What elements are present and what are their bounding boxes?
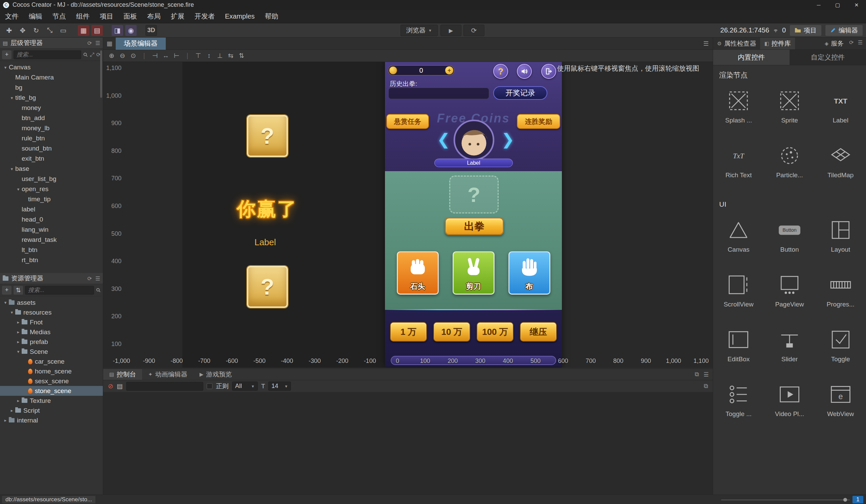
minimize-button[interactable]: ─ xyxy=(809,0,828,10)
menu-item-3[interactable]: 组件 xyxy=(71,10,95,23)
menu-item-4[interactable]: 项目 xyxy=(95,10,119,23)
align-center-h-icon[interactable]: ↔ xyxy=(162,52,169,59)
library-item-video[interactable]: Video Pl... xyxy=(764,379,815,433)
maximize-button[interactable]: ▢ xyxy=(828,0,847,10)
win-streak-reward-button[interactable]: 连胜奖励 xyxy=(517,114,560,129)
gizmo-position-icon[interactable]: ▦ xyxy=(78,25,89,36)
library-item-togglegroup[interactable]: Toggle ... xyxy=(713,379,764,433)
tree-item-prefab[interactable]: ▸prefab xyxy=(0,337,103,347)
tree-item-open_res[interactable]: ▾open_res xyxy=(0,184,103,194)
clear-console-icon[interactable]: ⊘ xyxy=(108,382,113,390)
library-item-label[interactable]: TXTLabel xyxy=(815,85,866,140)
tree-item-Main Camera[interactable]: Main Camera xyxy=(0,72,103,82)
win-text-node[interactable]: 你赢了 xyxy=(216,197,318,222)
collapse-arrow-icon[interactable]: ▾ xyxy=(15,349,22,354)
expand-all-icon[interactable]: ⤢ xyxy=(90,52,95,58)
help-button[interactable]: ? xyxy=(493,64,508,79)
tree-item-money_lb[interactable]: money_lb xyxy=(0,123,103,133)
tree-item-Medias[interactable]: ▸Medias xyxy=(0,327,103,337)
tab-custom-widgets[interactable]: 自定义控件 xyxy=(790,50,866,65)
bet-button-1[interactable]: 10 万 xyxy=(433,322,470,341)
tree-item-rt_btn[interactable]: rt_btn xyxy=(0,255,103,265)
align-right-icon[interactable]: ⊢ xyxy=(173,52,180,59)
console-filter-input[interactable] xyxy=(126,382,203,391)
tree-item-liang_win[interactable]: liang_win xyxy=(0,225,103,235)
tab-inspector[interactable]: ⚙ 属性检查器 xyxy=(713,37,760,49)
sort-assets-icon[interactable]: ⇅ xyxy=(13,286,23,295)
expand-arrow-icon[interactable]: ▸ xyxy=(15,320,22,325)
tab-services[interactable]: ◈ 服务 xyxy=(823,39,845,48)
choice-paper[interactable]: 布 xyxy=(509,251,551,295)
library-item-scrollview[interactable]: ScrollView xyxy=(713,269,764,324)
console-settings-icon[interactable]: ⧉ xyxy=(704,383,708,390)
tree-item-car_scene[interactable]: car_scene xyxy=(0,357,103,366)
tree-item-user_list_bg[interactable]: user_list_bg xyxy=(0,174,103,184)
collapse-arrow-icon[interactable]: ▾ xyxy=(9,310,15,315)
panel-expand-icon[interactable]: ⧉ xyxy=(695,371,699,378)
preview-target-dropdown[interactable]: 浏览器 ▼ xyxy=(401,25,438,36)
align-left-icon[interactable]: ⊣ xyxy=(151,52,159,59)
library-item-button[interactable]: ButtonButton xyxy=(764,214,815,269)
expand-arrow-icon[interactable]: ▸ xyxy=(15,329,22,335)
lottery-record-button[interactable]: 开奖记录 xyxy=(493,86,547,100)
panel-layout-icon[interactable]: ▦ xyxy=(107,40,112,47)
search-icon[interactable] xyxy=(83,53,88,57)
library-item-pageview[interactable]: PageView xyxy=(764,269,815,324)
menu-item-1[interactable]: 编辑 xyxy=(24,10,47,23)
hierarchy-scrollbar[interactable] xyxy=(100,51,102,98)
game-canvas[interactable]: Free Coins 0 + ? 历史出拳: 开奖记录 悬赏任务 连胜奖励 ❮ xyxy=(385,62,562,367)
bet-button-0[interactable]: 1 万 xyxy=(390,322,427,341)
library-item-layout[interactable]: Layout xyxy=(815,214,866,269)
library-item-editbox[interactable]: EditBox xyxy=(713,324,764,379)
tree-item-resources[interactable]: ▾resources xyxy=(0,307,103,317)
menu-item-5[interactable]: 面板 xyxy=(119,10,142,23)
log-level-dropdown[interactable]: All ▼ xyxy=(232,382,258,391)
panel-refresh-icon[interactable]: ⟳ xyxy=(87,275,92,282)
mystery-box-node[interactable]: ? xyxy=(247,115,288,157)
panel-refresh-icon[interactable]: ⟳ xyxy=(849,39,854,48)
avatar-prev-arrow[interactable]: ❮ xyxy=(437,130,450,148)
align-top-icon[interactable]: ⊤ xyxy=(195,52,202,59)
tree-item-exit_btn[interactable]: exit_btn xyxy=(0,154,103,164)
tree-item-btn_add[interactable]: btn_add xyxy=(0,113,103,123)
scene-view[interactable]: 使用鼠标右键平移视窗焦点，使用滚轮缩放视图 1,1001,00090080070… xyxy=(103,62,713,368)
library-item-slider[interactable]: Slider xyxy=(764,324,815,379)
regex-checkbox[interactable] xyxy=(207,383,212,389)
open-editor-button[interactable]: 编辑器 xyxy=(825,25,863,36)
tree-item-assets[interactable]: ▾assets xyxy=(0,298,103,307)
tree-item-lt_btn[interactable]: lt_btn xyxy=(0,245,103,255)
library-item-webview[interactable]: eWebView xyxy=(815,379,866,433)
create-asset-button[interactable]: + xyxy=(2,286,11,295)
tab-scene-editor[interactable]: 场景编辑器 xyxy=(116,37,166,50)
assets-search-input[interactable]: 搜索... xyxy=(25,286,94,295)
tab-console[interactable]: ▤控制台 xyxy=(103,369,142,380)
expand-arrow-icon[interactable]: ▸ xyxy=(2,418,9,423)
menu-item-0[interactable]: 文件 xyxy=(0,10,24,23)
collapse-arrow-icon[interactable]: ▾ xyxy=(9,166,15,171)
menu-item-6[interactable]: 布局 xyxy=(142,10,166,23)
tree-item-Fnot[interactable]: ▸Fnot xyxy=(0,317,103,327)
panel-menu-icon[interactable]: ☰ xyxy=(96,275,100,282)
tree-item-Script[interactable]: ▸Script xyxy=(0,405,103,415)
zoom-out-icon[interactable]: ⊖ xyxy=(119,52,126,59)
collapse-arrow-icon[interactable]: ▾ xyxy=(2,65,9,70)
tab-widget-library[interactable]: ◧ 控件库 xyxy=(760,37,795,49)
font-size-dropdown[interactable]: 14 ▼ xyxy=(268,382,291,391)
expand-arrow-icon[interactable]: ▸ xyxy=(15,339,22,344)
tree-item-title_bg[interactable]: ▾title_bg xyxy=(0,93,103,103)
library-item-richtext[interactable]: TxTRich Text xyxy=(713,140,764,194)
library-item-sprite[interactable]: Sprite xyxy=(764,85,815,140)
zoom-slider-track[interactable] xyxy=(721,500,850,500)
rect-tool-icon[interactable]: ▭ xyxy=(57,25,69,36)
menu-item-9[interactable]: Examples xyxy=(220,10,260,23)
tree-item-Texture[interactable]: ▸Texture xyxy=(0,396,103,405)
gizmo-anchor-icon[interactable]: ▤ xyxy=(91,25,103,36)
move-tool-icon[interactable]: ✥ xyxy=(17,25,29,36)
rotate-tool-icon[interactable]: ↻ xyxy=(31,25,42,36)
align-middle-icon[interactable]: ↕ xyxy=(206,52,213,59)
punch-button[interactable]: 出拳 xyxy=(445,217,504,235)
tree-item-internal[interactable]: ▸internal xyxy=(0,415,103,425)
tree-item-sound_btn[interactable]: sound_btn xyxy=(0,143,103,154)
exit-button[interactable] xyxy=(541,64,556,79)
tree-item-base[interactable]: ▾base xyxy=(0,164,103,174)
